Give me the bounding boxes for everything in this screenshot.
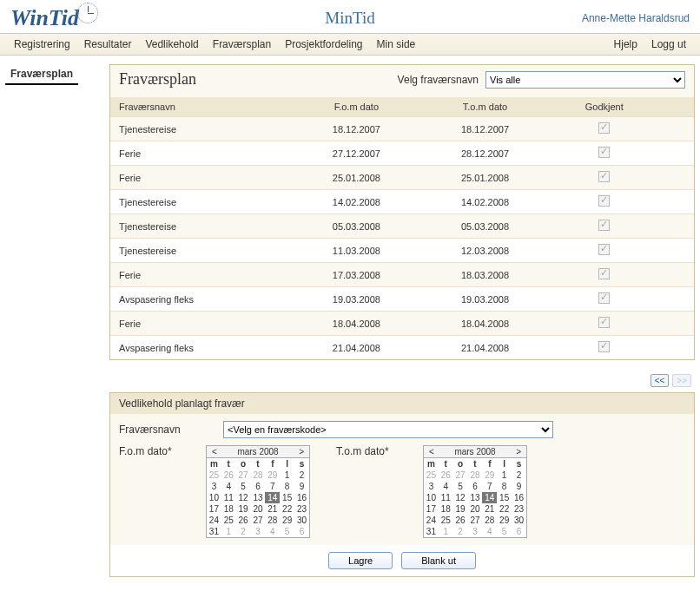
clear-button[interactable]: Blank ut (401, 552, 476, 569)
cal-day[interactable]: 4 (265, 526, 280, 537)
cal-day[interactable]: 26 (439, 470, 453, 481)
cal-day[interactable]: 20 (251, 503, 266, 515)
sidebar-item-fravaersplan[interactable]: Fraværsplan (5, 64, 78, 85)
cal-day[interactable]: 11 (221, 492, 236, 503)
table-row[interactable]: Avspasering fleks21.04.200821.04.2008 (110, 336, 694, 360)
cal-day[interactable]: 5 (453, 481, 468, 492)
cal-day[interactable]: 12 (236, 492, 251, 503)
table-row[interactable]: Ferie17.03.200818.03.2008 (110, 263, 694, 287)
cal-day[interactable]: 13 (251, 492, 266, 503)
cal-day[interactable]: 16 (512, 492, 526, 503)
cal-day[interactable]: 23 (512, 503, 526, 515)
save-button[interactable]: Lagre (328, 552, 393, 569)
cal-day[interactable]: 19 (453, 503, 468, 515)
cal-day[interactable]: 7 (482, 481, 497, 492)
cal-day[interactable]: 3 (424, 481, 439, 492)
cal-day[interactable]: 6 (251, 481, 266, 492)
cal-day[interactable]: 26 (221, 470, 236, 481)
cal-day[interactable]: 28 (468, 470, 483, 481)
cal-day[interactable]: 5 (236, 481, 251, 492)
cal-day[interactable]: 31 (207, 526, 221, 537)
cal-next[interactable]: > (513, 447, 524, 456)
cal-prev[interactable]: < (209, 447, 220, 456)
from-calendar[interactable]: <mars 2008>mtotfls2526272829123456789101… (206, 445, 310, 538)
cal-day[interactable]: 19 (236, 503, 251, 515)
cal-day[interactable]: 5 (280, 526, 294, 537)
cal-day[interactable]: 14 (482, 492, 497, 503)
cal-day[interactable]: 29 (497, 515, 512, 526)
cal-day[interactable]: 7 (265, 481, 280, 492)
menu-item-2[interactable]: Vedlikehold (138, 34, 205, 55)
cal-day[interactable]: 28 (482, 515, 497, 526)
cal-day[interactable]: 26 (453, 515, 468, 526)
cal-day[interactable]: 1 (280, 470, 294, 481)
pager-prev[interactable]: << (650, 374, 670, 387)
cal-day[interactable]: 15 (497, 492, 512, 503)
cal-day[interactable]: 4 (482, 526, 497, 537)
cal-day[interactable]: 11 (439, 492, 453, 503)
cal-day[interactable]: 28 (265, 515, 280, 526)
cal-day[interactable]: 4 (221, 481, 236, 492)
table-row[interactable]: Tjenestereise11.03.200812.03.2008 (110, 239, 694, 263)
cal-day[interactable]: 25 (439, 515, 453, 526)
cal-day[interactable]: 3 (251, 526, 266, 537)
cal-day[interactable]: 15 (280, 492, 294, 503)
cal-day[interactable]: 30 (512, 515, 526, 526)
cal-day[interactable]: 1 (439, 526, 453, 537)
cal-day[interactable]: 23 (294, 503, 309, 515)
table-row[interactable]: Tjenestereise14.02.200814.02.2008 (110, 190, 694, 214)
cal-day[interactable]: 2 (236, 526, 251, 537)
cal-day[interactable]: 12 (453, 492, 468, 503)
table-row[interactable]: Avspasering fleks19.03.200819.03.2008 (110, 287, 694, 312)
menu-item-4[interactable]: Prosjektfordeling (278, 34, 369, 55)
cal-day[interactable]: 17 (207, 503, 221, 515)
menu-right-0[interactable]: Hjelp (607, 34, 644, 55)
filter-select[interactable]: Vis alle (485, 71, 685, 89)
cal-day[interactable]: 9 (294, 481, 309, 492)
cal-day[interactable]: 10 (424, 492, 439, 503)
cal-day[interactable]: 27 (236, 470, 251, 481)
cal-day[interactable]: 2 (512, 470, 526, 481)
cal-day[interactable]: 18 (439, 503, 453, 515)
cal-day[interactable]: 26 (236, 515, 251, 526)
cal-day[interactable]: 1 (221, 526, 236, 537)
cal-day[interactable]: 24 (424, 515, 439, 526)
menu-item-3[interactable]: Fraværsplan (206, 34, 278, 55)
cal-day[interactable]: 14 (265, 492, 280, 503)
cal-day[interactable]: 8 (280, 481, 294, 492)
cal-day[interactable]: 2 (294, 470, 309, 481)
cal-day[interactable]: 31 (424, 526, 439, 537)
cal-day[interactable]: 22 (497, 503, 512, 515)
table-row[interactable]: Ferie18.04.200818.04.2008 (110, 312, 694, 336)
cal-day[interactable]: 6 (294, 526, 309, 537)
cal-day[interactable]: 1 (497, 470, 512, 481)
cal-day[interactable]: 29 (482, 470, 497, 481)
cal-day[interactable]: 29 (280, 515, 294, 526)
cal-day[interactable]: 24 (207, 515, 221, 526)
cal-day[interactable]: 2 (453, 526, 468, 537)
cal-day[interactable]: 5 (497, 526, 512, 537)
cal-day[interactable]: 10 (207, 492, 221, 503)
cal-day[interactable]: 6 (512, 526, 526, 537)
menu-item-5[interactable]: Min side (370, 34, 423, 55)
cal-day[interactable]: 25 (424, 470, 439, 481)
cal-day[interactable]: 18 (221, 503, 236, 515)
menu-item-1[interactable]: Resultater (77, 34, 139, 55)
cal-day[interactable]: 27 (453, 470, 468, 481)
table-row[interactable]: Ferie25.01.200825.01.2008 (110, 166, 694, 190)
cal-day[interactable]: 27 (468, 515, 483, 526)
cal-day[interactable]: 3 (468, 526, 483, 537)
cal-day[interactable]: 21 (265, 503, 280, 515)
cal-day[interactable]: 28 (251, 470, 266, 481)
cal-day[interactable]: 6 (468, 481, 483, 492)
table-row[interactable]: Ferie27.12.200728.12.2007 (110, 141, 694, 166)
cal-next[interactable]: > (296, 447, 307, 456)
cal-day[interactable]: 21 (482, 503, 497, 515)
table-row[interactable]: Tjenestereise18.12.200718.12.2007 (110, 117, 694, 141)
cal-day[interactable]: 13 (468, 492, 483, 503)
table-row[interactable]: Tjenestereise05.03.200805.03.2008 (110, 214, 694, 239)
cal-prev[interactable]: < (426, 447, 437, 456)
cal-day[interactable]: 22 (280, 503, 294, 515)
cal-day[interactable]: 8 (497, 481, 512, 492)
absence-code-select[interactable]: <Velg en fraværskode> (223, 421, 553, 438)
